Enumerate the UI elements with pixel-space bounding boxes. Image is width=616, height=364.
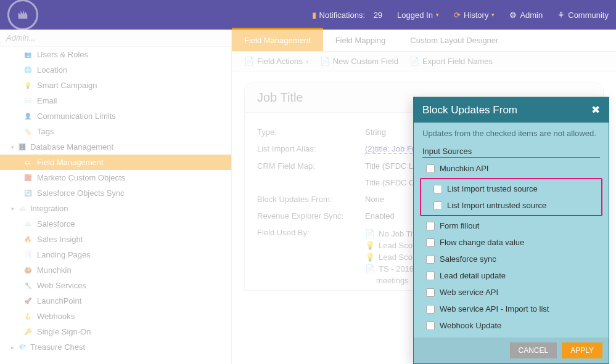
sidebar-item-icon: 👥	[23, 51, 32, 59]
block-option-label: Web service API	[440, 288, 498, 297]
sidebar-item-icon: 🌐	[23, 66, 32, 75]
checkbox-icon[interactable]	[426, 238, 435, 247]
apply-button[interactable]: APPLY	[562, 342, 602, 358]
checkbox-icon[interactable]	[426, 322, 435, 330]
community-link[interactable]: ⚘Community	[550, 10, 616, 20]
sidebar-item-icon: 🍪	[23, 266, 32, 275]
field-property-value: String	[365, 127, 386, 137]
block-option-label: Webhook Update	[440, 321, 501, 330]
tab-field-management[interactable]: Field Management	[232, 28, 323, 51]
sidebar-item-munchkin[interactable]: 🍪Munchkin	[0, 262, 231, 278]
sidebar-item-tags[interactable]: 🏷️Tags	[0, 124, 231, 139]
sidebar-group-database[interactable]: ▾🗄️Database Management	[0, 139, 231, 155]
sidebar-item-label: Web Services	[37, 281, 86, 290]
sidebar-item-salesforce-objects-sync[interactable]: 🔄Salesforce Objects Sync	[0, 185, 231, 201]
toolbar: 📄Field Actions▾ 📄New Custom Field 📄Expor…	[232, 52, 616, 71]
sidebar-item-label: Location	[37, 65, 67, 75]
marketo-logo	[7, 0, 38, 30]
sidebar-item-icon: 📄	[23, 251, 32, 259]
tab-field-mapping[interactable]: Field Mapping	[323, 30, 398, 51]
field-property-value: None	[365, 195, 384, 204]
sidebar-item-icon: 🪝	[23, 312, 32, 321]
sidebar-item-field-management[interactable]: 🗂Field Management	[0, 155, 231, 170]
checkbox-icon[interactable]	[426, 164, 435, 173]
checkbox-icon[interactable]	[426, 222, 435, 230]
export-field-names-button[interactable]: 📄Export Field Names	[409, 57, 493, 66]
sidebar-item-users-roles[interactable]: 👥Users & Roles	[0, 47, 231, 62]
admin-sidebar: Admin... 👥Users & Roles🌐Location💡Smart C…	[0, 30, 232, 364]
sidebar-item-icon: 🔥	[23, 235, 32, 244]
sidebar-item-icon: 🏷️	[23, 127, 32, 136]
block-option-label: List Import untrusted source	[447, 201, 546, 210]
sidebar-item-label: Users & Roles	[37, 50, 88, 59]
sidebar-item-label: Tags	[37, 127, 54, 136]
sidebar-item-web-services[interactable]: 🔧Web Services	[0, 278, 231, 293]
field-actions-menu[interactable]: 📄Field Actions▾	[244, 57, 309, 66]
sidebar-item-label: Salesforce Objects Sync	[37, 188, 125, 198]
logged-in-menu[interactable]: Logged In▾	[390, 10, 446, 20]
checkbox-icon[interactable]	[426, 272, 435, 280]
sidebar-item-icon: ✉️	[23, 97, 32, 105]
block-option-label: Form fillout	[440, 221, 479, 230]
field-property-label: Revenue Explorer Sync:	[257, 211, 365, 220]
checkbox-icon[interactable]	[433, 185, 442, 193]
checkbox-icon[interactable]	[426, 255, 435, 264]
sidebar-item-communication-limits[interactable]: 👤Communication Limits	[0, 108, 231, 124]
block-option-munchkin-api[interactable]: Munchkin API	[414, 160, 609, 177]
sidebar-item-icon: 🚀	[23, 297, 32, 305]
checkbox-icon[interactable]	[433, 201, 442, 210]
block-option-webhook-update[interactable]: Webhook Update	[414, 317, 609, 334]
field-used-by-label: Field Used By:	[257, 228, 365, 286]
field-property-label: CRM Field Map:	[257, 161, 365, 171]
sidebar-group-treasure[interactable]: ▸💎Treasure Chest	[0, 339, 231, 355]
sidebar-item-salesforce[interactable]: ☁️Salesforce	[0, 216, 231, 232]
sidebar-item-label: Munchkin	[37, 265, 72, 275]
block-option-salesforce-sync[interactable]: Salesforce sync	[414, 251, 609, 267]
sidebar-item-label: Salesforce	[37, 219, 75, 229]
sidebar-group-integration[interactable]: ▾☁️Integration	[0, 201, 231, 216]
block-option-lead-detail-update[interactable]: Lead detail update	[414, 267, 609, 284]
new-custom-field-button[interactable]: 📄New Custom Field	[320, 57, 398, 66]
checkbox-icon[interactable]	[426, 305, 435, 313]
sidebar-item-location[interactable]: 🌐Location	[0, 62, 231, 78]
block-option-form-fillout[interactable]: Form fillout	[414, 217, 609, 234]
block-option-web-service-api[interactable]: Web service API	[414, 284, 609, 301]
block-option-label: Flow change data value	[440, 238, 524, 247]
sidebar-item-icon: 🔧	[23, 281, 32, 290]
sidebar-item-icon: 🔄	[23, 189, 32, 198]
close-icon[interactable]: ✖	[591, 103, 600, 116]
sidebar-item-single-sign-on[interactable]: 🔑Single Sign-On	[0, 324, 231, 339]
sidebar-item-webhooks[interactable]: 🪝Webhooks	[0, 309, 231, 324]
sidebar-item-landing-pages[interactable]: 📄Landing Pages	[0, 247, 231, 262]
sidebar-item-icon: 👤	[23, 112, 32, 121]
sidebar-item-launchpoint[interactable]: 🚀LaunchPoint	[0, 293, 231, 309]
block-option-web-service-api-import-to-list[interactable]: Web service API - Import to list	[414, 301, 609, 317]
sidebar-item-label: LaunchPoint	[37, 296, 81, 305]
sidebar-item-icon: 🧱	[23, 174, 32, 182]
checkbox-icon[interactable]	[426, 288, 435, 297]
history-menu[interactable]: ⟳History▾	[446, 10, 502, 20]
sidebar-item-label: Marketo Custom Objects	[37, 173, 125, 182]
block-option-flow-change-data-value[interactable]: Flow change data value	[414, 234, 609, 251]
sidebar-item-marketo-custom-objects[interactable]: 🧱Marketo Custom Objects	[0, 170, 231, 185]
notifications-link[interactable]: ▮ Notifications: 29	[305, 10, 390, 20]
sidebar-item-icon: 💡	[23, 81, 32, 90]
sidebar-item-smart-campaign[interactable]: 💡Smart Campaign	[0, 78, 231, 93]
sidebar-item-icon: 🗂	[23, 158, 32, 167]
block-option-label: Salesforce sync	[440, 254, 496, 264]
admin-link[interactable]: ⚙Admin	[502, 10, 550, 20]
cancel-button[interactable]: CANCEL	[510, 342, 557, 358]
tab-custom-layout-designer[interactable]: Custom Layout Designer	[398, 30, 511, 51]
block-option-list-import-untrusted-source[interactable]: List Import untrusted source	[421, 197, 601, 214]
block-option-label: Web service API - Import to list	[440, 304, 549, 313]
block-option-list-import-trusted-source[interactable]: List Import trusted source	[421, 180, 601, 197]
sidebar-item-sales-insight[interactable]: 🔥Sales Insight	[0, 232, 231, 247]
field-property-value[interactable]: (2)title; Job Fun	[365, 144, 421, 154]
sidebar-item-email[interactable]: ✉️Email	[0, 93, 231, 108]
used-by-icon: 📄	[365, 264, 375, 273]
block-option-label: List Import trusted source	[447, 184, 538, 193]
field-property-label: List Import Alias:	[257, 144, 365, 154]
sidebar-item-icon: 🔑	[23, 328, 32, 336]
field-property-label: Block Updates From:	[257, 195, 365, 204]
sidebar-item-label: Communication Limits	[37, 111, 116, 121]
